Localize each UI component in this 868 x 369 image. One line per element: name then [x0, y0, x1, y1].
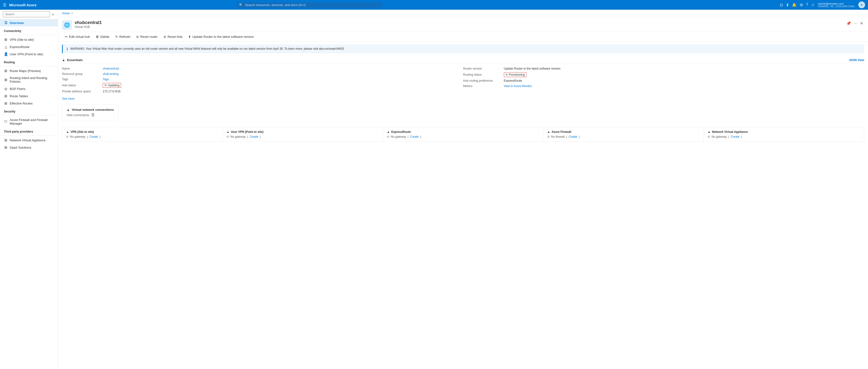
er-card-title: ExpressRoute — [391, 130, 411, 134]
sidebar-item-saas[interactable]: ⊞ SaaS Solutions — [0, 144, 58, 151]
sidebar-routemaps-label: Route Maps (Preview) — [10, 69, 41, 73]
pin-button[interactable]: 📌 — [845, 20, 852, 27]
rg-value: vhub-testing — [103, 72, 119, 76]
address-value: 172.17.0.0/16 — [103, 90, 120, 93]
essentials-header[interactable]: ▲ Essentials JSON View — [62, 56, 864, 64]
fw-card-header: ▲ Azure Firewall — [547, 130, 700, 134]
sidebar-item-route-maps[interactable]: ⊞ Route Maps (Preview) — [0, 67, 58, 75]
router-ver-label: Router version — [463, 67, 502, 70]
sidebar-item-uservpn[interactable]: 👤 User VPN (Point to site) — [0, 51, 58, 58]
sidebar: « ☰ Overview Connectivity ⊞ VPN (Site to… — [0, 10, 58, 369]
close-button[interactable]: ✕ — [859, 20, 864, 27]
sidebar-vpn-label: VPN (Site to site) — [10, 38, 34, 41]
nva-paren-open: ( — [728, 135, 729, 138]
nva-card-header: ▲ Network Virtual Appliance — [708, 130, 860, 134]
update-router-button[interactable]: ⬆ Update Router to the latest software v… — [185, 33, 257, 40]
refresh-icon: ↻ — [115, 35, 118, 38]
gateway-card-firewall: ▲ Azure Firewall No firewall ( Create ) — [544, 127, 704, 141]
essentials-col-left: Name vhubcentral1 Resource group vhub-te… — [62, 67, 463, 101]
sidebar-collapse-icon[interactable]: « — [51, 11, 55, 18]
fw-card-title: Azure Firewall — [552, 130, 571, 134]
sidebar-item-expressroute[interactable]: △ ExpressRoute — [0, 43, 58, 51]
warning-text: WARNING: Your Virtual Wan Hub router cur… — [70, 47, 344, 51]
metrics-link[interactable]: View in Azure Monitor — [504, 84, 532, 88]
vnet-card-title: Virtual network connections — [72, 108, 114, 112]
er-card-header: ▲ ExpressRoute — [387, 130, 539, 134]
updating-spinner: ↻ — [104, 84, 107, 87]
sidebar-item-vpn[interactable]: ⊞ VPN (Site to site) — [0, 36, 58, 43]
breadcrumb-home[interactable]: Home — [62, 12, 70, 15]
hub-status-text: Updating — [108, 84, 119, 87]
name-link[interactable]: vhubcentral1 — [103, 67, 119, 70]
brand-name: Microsoft Azure — [9, 3, 37, 7]
vnet-connections-label: vNet connections: — [67, 113, 90, 117]
json-view-link[interactable]: JSON View — [849, 58, 864, 62]
edit-button[interactable]: ✏ Edit virtual hub — [62, 33, 93, 40]
fw-status-dot — [547, 136, 550, 138]
name-value: vhubcentral1 — [103, 67, 119, 70]
feedback-icon[interactable]: ☺ — [811, 3, 815, 7]
settings-icon[interactable]: ⚙ — [800, 3, 803, 7]
global-search[interactable]: 🔍 — [237, 2, 382, 8]
app-body: « ☰ Overview Connectivity ⊞ VPN (Site to… — [0, 10, 868, 369]
firewall-icon: 🛡 — [4, 120, 8, 124]
see-more-link[interactable]: See more — [62, 97, 463, 101]
uservpn-paren-close: ) — [260, 135, 261, 138]
router-ver-value: Update Router to the latest software ver… — [504, 67, 561, 70]
gateway-cards-section: ▲ VPN (Site to site) No gateway ( Create… — [58, 121, 868, 146]
sidebar-item-effective-routes[interactable]: ⊞ Effective Routes — [0, 100, 58, 107]
er-create-link[interactable]: Create — [410, 135, 418, 138]
rg-label: Resource group — [62, 72, 101, 76]
help-icon[interactable]: ? — [806, 3, 808, 7]
gateway-cards-row: ▲ VPN (Site to site) No gateway ( Create… — [62, 127, 864, 142]
essentials-title: Essentials — [67, 58, 83, 62]
info-icon: ℹ — [67, 47, 68, 51]
expressroute-icon: △ — [4, 45, 8, 49]
uservpn-card-chevron: ▲ — [226, 130, 229, 134]
sidebar-item-bgp-peers[interactable]: ◎ BGP Peers — [0, 85, 58, 92]
er-paren-close: ) — [420, 135, 421, 138]
reset-hub-icon: ⊘ — [163, 35, 166, 38]
reset-hub-button[interactable]: ⊘ Reset Hub — [161, 33, 185, 40]
sidebar-item-firewall[interactable]: 🛡 Azure Firewall and Firewall Manager — [0, 116, 58, 127]
reset-router-button[interactable]: ⊘ Reset router — [133, 33, 161, 40]
notification-icon[interactable]: 🔔 — [792, 3, 797, 7]
vpn-create-link[interactable]: Create — [89, 135, 98, 138]
sidebar-item-nva[interactable]: ⊞ Network Virtual Appliance — [0, 137, 58, 144]
essentials-row-tags: Tags Tags — [62, 78, 463, 81]
nva-paren-close: ) — [741, 135, 742, 138]
hamburger-menu[interactable]: ☰ — [3, 3, 6, 7]
fw-create-link[interactable]: Create — [568, 135, 577, 138]
sidebar-item-route-tables[interactable]: ⊞ Route Tables — [0, 92, 58, 100]
sidebar-item-routing-intent[interactable]: ⊞ Routing Intent and Routing Policies — [0, 75, 58, 85]
sidebar-search-input[interactable] — [3, 11, 50, 17]
vpn-card-chevron: ▲ — [66, 130, 69, 134]
reset-router-icon: ⊘ — [136, 35, 139, 38]
portal-icon[interactable]: ⊡ — [780, 3, 783, 7]
essentials-toggle[interactable]: ▲ Essentials — [62, 58, 83, 62]
uservpn-create-link[interactable]: Create — [250, 135, 258, 138]
nav-icons: ⊡ ⬇ 🔔 ⚙ ? ☺ vachar@vmware.com VMWARE, IN… — [780, 1, 865, 8]
nva-create-link[interactable]: Create — [731, 135, 739, 138]
fw-card-chevron: ▲ — [547, 130, 550, 134]
delete-button[interactable]: 🗑 Delete — [93, 33, 113, 40]
user-info[interactable]: vachar@vmware.com VMWARE, INC. (ONEVMW.O… — [818, 1, 865, 8]
sidebar-item-overview[interactable]: ☰ Overview — [0, 19, 58, 26]
search-input[interactable] — [245, 3, 380, 7]
sidebar-uservpn-label: User VPN (Point to site) — [10, 52, 43, 56]
delete-icon: 🗑 — [96, 35, 99, 38]
vpn-status-dot — [66, 136, 68, 138]
gateway-card-expressroute: ▲ ExpressRoute No gateway ( Create ) — [383, 127, 544, 141]
nva-card-chevron: ▲ — [708, 130, 711, 134]
more-options-button[interactable]: ··· — [853, 20, 858, 27]
gateway-card-uservpn: ▲ User VPN (Point to site) No gateway ( … — [223, 127, 383, 141]
vpn-card-header: ▲ VPN (Site to site) — [66, 130, 218, 134]
download-icon[interactable]: ⬇ — [786, 3, 789, 7]
user-org: VMWARE, INC. (ONEVMW.ONMI... — [818, 5, 856, 8]
er-card-chevron: ▲ — [387, 130, 390, 134]
refresh-button[interactable]: ↻ Refresh — [113, 33, 133, 40]
essentials-row-address: Private address space 172.17.0.0/16 — [62, 90, 463, 93]
avatar[interactable]: V — [858, 1, 865, 8]
tags-link[interactable]: Tags — [103, 78, 109, 81]
rg-link[interactable]: vhub-testing — [103, 72, 119, 76]
